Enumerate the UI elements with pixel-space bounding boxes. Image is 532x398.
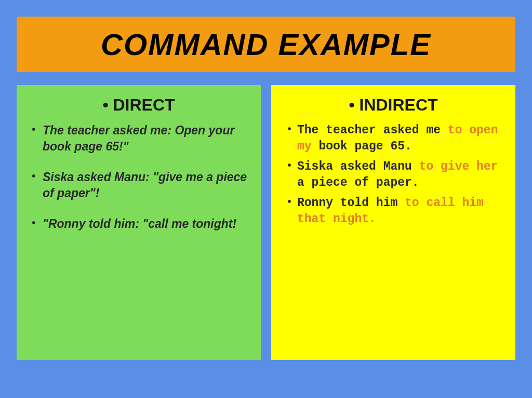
columns-container: DIRECT The teacher asked me: Open your b…: [17, 85, 515, 360]
indirect-column: INDIRECT The teacher asked me to open my…: [271, 85, 515, 360]
direct-heading: DIRECT: [30, 95, 248, 115]
highlight-text: to give her: [419, 160, 498, 173]
title-bar: COMMAND EXAMPLE: [17, 17, 515, 72]
indirect-heading: INDIRECT: [284, 95, 502, 115]
indirect-list: The teacher asked me to open my book pag…: [284, 122, 502, 227]
list-item: The teacher asked me: Open your book pag…: [30, 122, 248, 155]
list-item: Siska asked Manu to give her a piece of …: [284, 159, 502, 191]
direct-column: DIRECT The teacher asked me: Open your b…: [17, 85, 261, 360]
list-item: The teacher asked me to open my book pag…: [284, 122, 502, 155]
slide-title: COMMAND EXAMPLE: [32, 27, 500, 62]
list-item: Siska asked Manu: "give me a piece of pa…: [30, 169, 248, 201]
list-item: Ronny told him to call him that night.: [284, 195, 502, 227]
direct-list: The teacher asked me: Open your book pag…: [30, 122, 248, 232]
list-item: "Ronny told him: "call me tonight!: [30, 216, 248, 232]
